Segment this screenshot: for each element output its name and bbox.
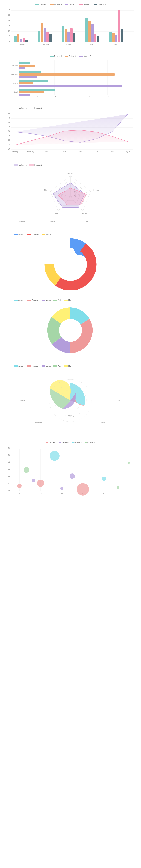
bubble-legend-label-3: Dataset 3	[74, 441, 82, 443]
svg-point-171	[70, 473, 75, 479]
svg-text:25: 25	[8, 135, 10, 136]
donut-legend-label-1: January	[18, 234, 25, 235]
pie-legend-color-2	[28, 300, 31, 301]
svg-text:February: February	[27, 151, 34, 153]
svg-text:February: February	[10, 73, 17, 75]
svg-point-177	[128, 462, 130, 464]
horizontal-bar-section: Dataset 1 Dataset 2 Dataset 3 0 5 10 15 …	[0, 52, 141, 102]
donut-legend-label-2: February	[32, 234, 39, 235]
svg-rect-35	[94, 34, 96, 42]
hbar-legend-label-1: Dataset 1	[54, 55, 62, 57]
legend-color-1	[35, 4, 39, 5]
bubble-legend-item-4: Dataset 4	[85, 441, 95, 443]
polar-legend-label-3: March	[46, 365, 51, 367]
svg-rect-18	[25, 40, 28, 42]
svg-text:February: February	[42, 43, 49, 45]
svg-point-130	[59, 252, 82, 276]
svg-rect-63	[20, 65, 35, 67]
polar-legend-item-1: January	[14, 365, 25, 367]
svg-rect-34	[91, 24, 94, 42]
svg-text:30: 30	[124, 95, 126, 97]
bubble-legend-label-2: Dataset 2	[62, 441, 69, 443]
polar-legend-color-2	[28, 365, 31, 367]
horizontal-bar-legend: Dataset 1 Dataset 2 Dataset 3	[5, 55, 136, 57]
svg-rect-39	[112, 33, 114, 42]
svg-text:March: March	[13, 83, 17, 84]
legend-item-5: Dataset 5	[94, 3, 106, 5]
svg-text:March: March	[66, 43, 71, 45]
svg-rect-41	[118, 10, 120, 42]
polar-legend-color-5	[64, 365, 68, 367]
svg-rect-69	[20, 82, 34, 84]
svg-text:52: 52	[8, 447, 10, 449]
line-chart: 10 15 20 25 30 35 40 45 50 January Febru…	[5, 111, 136, 155]
pie-legend-label-2: February	[32, 299, 39, 301]
line-legend-color-2	[29, 108, 34, 108]
svg-rect-29	[70, 28, 73, 42]
line-legend-label-1: Dataset 1	[19, 107, 27, 109]
bubble-legend-item-1: Dataset 1	[46, 441, 56, 443]
svg-text:25: 25	[8, 14, 10, 16]
pie-legend-item-3: March	[42, 299, 51, 301]
svg-text:February: February	[67, 415, 74, 417]
donut-legend-item-2: February	[28, 234, 39, 235]
horizontal-bar-chart: 0 5 10 15 20 25 30 January February Marc…	[5, 59, 136, 98]
svg-rect-36	[97, 36, 99, 42]
svg-rect-26	[62, 26, 64, 42]
donut-legend-color-3	[42, 234, 45, 235]
line-legend: Dataset 1 Dataset 2	[14, 107, 136, 109]
svg-text:50: 50	[8, 113, 10, 115]
svg-point-172	[60, 487, 63, 490]
svg-rect-67	[20, 76, 37, 78]
svg-rect-32	[85, 18, 88, 42]
pie-legend-color-4	[54, 300, 57, 301]
legend-color-5	[94, 4, 97, 5]
radar-legend-color-1	[14, 164, 18, 166]
svg-text:March: March	[82, 213, 87, 215]
bubble-chart-section: Dataset 1 Dataset 2 Dataset 3 Dataset 4 …	[0, 438, 141, 502]
svg-text:March: March	[21, 400, 25, 402]
svg-text:20: 20	[8, 139, 10, 141]
svg-text:44: 44	[8, 475, 10, 477]
svg-rect-62	[20, 62, 30, 64]
svg-text:June: June	[94, 151, 98, 153]
donut-legend-color-2	[28, 234, 31, 235]
svg-rect-17	[23, 38, 25, 42]
legend-color-4	[79, 4, 83, 5]
legend-label-3: Dataset 3	[69, 3, 76, 5]
svg-rect-24	[49, 34, 51, 42]
svg-point-169	[77, 483, 89, 496]
pie-legend-color-5	[64, 300, 68, 301]
svg-text:March: March	[45, 151, 50, 153]
pie-legend-label-1: January	[18, 299, 25, 301]
bubble-chart: 40 42 44 46 48 50 52 20 30 40 50 60 70	[5, 445, 136, 498]
svg-rect-68	[20, 80, 47, 82]
svg-text:30: 30	[8, 130, 10, 132]
legend-color-3	[65, 4, 68, 5]
pie-chart	[5, 303, 136, 356]
svg-text:July: July	[110, 151, 113, 153]
pie-legend-item-1: January	[14, 299, 25, 301]
svg-text:April: April	[84, 221, 88, 223]
legend-label-5: Dataset 5	[98, 3, 106, 5]
pie-chart-section: January February March April May	[0, 296, 141, 360]
svg-text:March: March	[100, 422, 105, 424]
svg-text:48: 48	[8, 461, 10, 463]
bubble-legend-color-4	[85, 442, 86, 443]
pie-legend-item-2: February	[28, 299, 39, 301]
polar-legend-label-4: April	[58, 365, 61, 367]
svg-text:10: 10	[8, 148, 10, 150]
svg-rect-65	[20, 71, 40, 73]
legend-label-2: Dataset 2	[54, 3, 62, 5]
legend-item-3: Dataset 3	[65, 3, 76, 5]
svg-rect-72	[20, 91, 44, 93]
polar-chart-section: January February March April May	[0, 362, 141, 436]
svg-text:May: May	[114, 43, 117, 45]
donut-chart	[5, 237, 136, 290]
svg-text:15: 15	[8, 144, 10, 146]
radar-legend-color-2	[29, 164, 34, 166]
hbar-legend-item-3: Dataset 3	[79, 55, 91, 57]
svg-rect-16	[20, 39, 22, 42]
svg-text:20: 20	[18, 493, 21, 495]
svg-rect-15	[17, 34, 20, 42]
